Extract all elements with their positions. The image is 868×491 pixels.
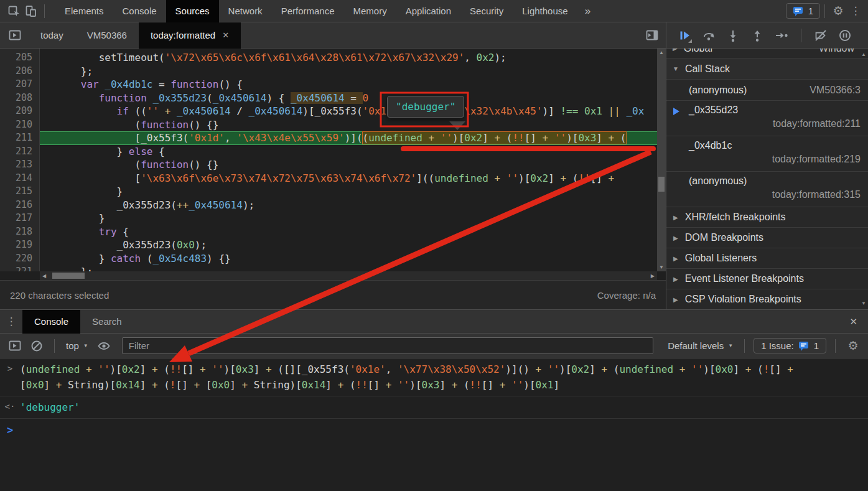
live-expression-eye-icon[interactable] bbox=[95, 337, 113, 355]
tab-performance[interactable]: Performance bbox=[272, 0, 344, 22]
toggle-debugger-sidebar-icon[interactable] bbox=[643, 27, 661, 44]
line-content[interactable]: if (('' + _0x450614 / _0x450614)[_0x55f3… bbox=[40, 105, 657, 118]
line-content[interactable]: function _0x355d23(_0x450614) { _0x45061… bbox=[40, 91, 657, 105]
resume-script-button[interactable] bbox=[675, 26, 694, 45]
log-levels-selector[interactable]: Default levels ▼ bbox=[665, 340, 735, 351]
tab-security[interactable]: Security bbox=[460, 0, 513, 22]
sidebar-section-dom-breakpoints[interactable]: ▶DOM Breakpoints bbox=[666, 228, 868, 248]
levels-label: Default levels bbox=[668, 340, 724, 351]
sidebar-section-event-listener-breakpoints[interactable]: ▶Event Listener Breakpoints bbox=[666, 269, 868, 289]
device-toolbar-icon[interactable] bbox=[22, 2, 40, 20]
line-content[interactable]: _0x355d23(++_0x450614); bbox=[40, 199, 657, 212]
console-prompt[interactable]: > bbox=[0, 419, 868, 439]
line-content[interactable]: [_0x55f3('0x1d', '\x43\x4e\x55\x59')]((u… bbox=[40, 131, 657, 145]
close-drawer-icon[interactable]: ✕ bbox=[839, 316, 868, 327]
editor-horizontal-scrollbar[interactable]: ◀ ▶ bbox=[40, 271, 657, 280]
callstack-frame[interactable]: (anonymous)VM50366:3 bbox=[666, 80, 868, 101]
line-number[interactable]: 206 bbox=[0, 65, 40, 78]
line-number[interactable]: 211 bbox=[0, 131, 40, 145]
main-toolbar: ElementsConsoleSourcesNetworkPerformance… bbox=[0, 0, 868, 22]
horizontal-scroll-thumb[interactable] bbox=[52, 273, 85, 279]
line-number[interactable]: 212 bbox=[0, 145, 40, 159]
line-number[interactable]: 217 bbox=[0, 212, 40, 225]
sidebar-section-xhr-fetch-breakpoints[interactable]: ▶XHR/fetch Breakpoints bbox=[666, 207, 868, 228]
step-button[interactable] bbox=[772, 26, 791, 45]
line-content[interactable]: } else { bbox=[40, 145, 657, 159]
close-tab-icon[interactable]: ✕ bbox=[222, 30, 229, 40]
scroll-down-icon[interactable]: ▼ bbox=[861, 301, 866, 306]
sidebar-section-csp-violation-breakpoints[interactable]: ▶CSP Violation Breakpoints bbox=[666, 289, 868, 309]
callstack-frame[interactable]: _0x4db1ctoday:formatted:219 bbox=[666, 136, 868, 172]
line-content[interactable]: ['\x63\x6f\x6e\x73\x74\x72\x75\x63\x74\x… bbox=[40, 172, 657, 185]
tab-elements[interactable]: Elements bbox=[55, 0, 113, 22]
callstack-frame[interactable]: (anonymous)today:formatted:315 bbox=[666, 172, 868, 207]
tab-memory[interactable]: Memory bbox=[344, 0, 396, 22]
line-number[interactable]: 205 bbox=[0, 51, 40, 65]
step-into-button[interactable] bbox=[724, 26, 742, 45]
inspect-element-icon[interactable] bbox=[5, 2, 22, 20]
scroll-up-icon[interactable]: ▲ bbox=[861, 52, 866, 57]
console-settings-gear-icon[interactable]: ⚙ bbox=[844, 337, 862, 355]
line-content[interactable]: var _0x4db1c = function() { bbox=[40, 78, 657, 91]
line-number[interactable]: 210 bbox=[0, 118, 40, 132]
line-content[interactable]: }; bbox=[40, 65, 657, 78]
tab-network[interactable]: Network bbox=[219, 0, 272, 22]
file-tab-vm50366[interactable]: VM50366 bbox=[75, 22, 139, 49]
line-number[interactable]: 207 bbox=[0, 78, 40, 91]
deactivate-breakpoints-button[interactable] bbox=[811, 26, 830, 45]
line-number[interactable]: 208 bbox=[0, 91, 40, 105]
console-filter-input[interactable] bbox=[122, 337, 653, 354]
line-content[interactable]: setTimeout('\x72\x65\x6c\x6f\x61\x64\x28… bbox=[40, 51, 657, 65]
line-number[interactable]: 218 bbox=[0, 225, 40, 239]
drawer-tab-search[interactable]: Search bbox=[80, 310, 134, 334]
line-content[interactable]: (function() {} bbox=[40, 158, 657, 172]
line-content[interactable]: }; bbox=[40, 265, 657, 271]
tab-sources[interactable]: Sources bbox=[166, 0, 219, 22]
scroll-right-icon[interactable]: ▶ bbox=[651, 271, 655, 280]
pause-on-exceptions-button[interactable] bbox=[836, 26, 854, 45]
editor-vertical-scrollbar[interactable]: ▲ ▼ bbox=[657, 49, 666, 271]
tab-application[interactable]: Application bbox=[396, 0, 460, 22]
line-number[interactable]: 215 bbox=[0, 185, 40, 199]
tab-console[interactable]: Console bbox=[113, 0, 166, 22]
scroll-down-icon[interactable]: ▼ bbox=[657, 264, 666, 270]
scroll-left-icon[interactable]: ◀ bbox=[42, 271, 46, 280]
line-content[interactable]: } catch (_0x54c483) {} bbox=[40, 252, 657, 266]
issues-badge[interactable]: 1 bbox=[786, 3, 820, 19]
show-navigator-icon[interactable] bbox=[6, 27, 24, 44]
line-number[interactable]: 220 bbox=[0, 252, 40, 266]
scroll-up-icon[interactable]: ▲ bbox=[657, 50, 666, 55]
line-content[interactable]: _0x355d23(0x0); bbox=[40, 238, 657, 252]
line-content[interactable]: } bbox=[40, 185, 657, 199]
step-over-button[interactable] bbox=[699, 26, 718, 45]
line-number[interactable]: 216 bbox=[0, 199, 40, 212]
line-number[interactable]: 221 bbox=[0, 265, 40, 271]
file-tab-today-formatted[interactable]: today:formatted✕ bbox=[139, 22, 241, 49]
tab-lighthouse[interactable]: Lighthouse bbox=[513, 0, 577, 22]
step-out-button[interactable] bbox=[748, 26, 767, 45]
more-panels-icon[interactable]: » bbox=[577, 5, 598, 17]
vertical-scroll-thumb[interactable] bbox=[658, 177, 665, 192]
clear-console-icon[interactable] bbox=[28, 337, 45, 355]
console-context-selector[interactable]: top ▼ bbox=[63, 340, 91, 351]
drawer-menu-icon[interactable]: ⋮ bbox=[0, 315, 22, 328]
file-tab-today[interactable]: today bbox=[29, 22, 75, 49]
issues-counter[interactable]: 1 Issue: 1 bbox=[754, 338, 826, 353]
call-stack-header[interactable]: ▼ Call Stack bbox=[666, 58, 868, 80]
main-menu-icon[interactable]: ⋮ bbox=[847, 2, 864, 20]
line-number[interactable]: 219 bbox=[0, 238, 40, 252]
line-content[interactable]: try { bbox=[40, 225, 657, 239]
show-console-sidebar-icon[interactable] bbox=[6, 337, 24, 355]
settings-gear-icon[interactable]: ⚙ bbox=[829, 2, 847, 20]
drawer-tab-console[interactable]: Console bbox=[22, 310, 80, 334]
line-content[interactable]: } bbox=[40, 212, 657, 225]
line-number[interactable]: 214 bbox=[0, 172, 40, 185]
callstack-frame[interactable]: _0x355d23today:formatted:211 bbox=[666, 101, 868, 136]
line-number[interactable]: 209 bbox=[0, 105, 40, 118]
line-content[interactable]: (function() {} bbox=[40, 118, 657, 132]
line-number[interactable]: 213 bbox=[0, 158, 40, 172]
code-editor[interactable]: 205 setTimeout('\x72\x65\x6c\x6f\x61\x64… bbox=[0, 49, 666, 280]
section-label: XHR/fetch Breakpoints bbox=[685, 212, 786, 223]
sidebar-section-global-listeners[interactable]: ▶Global Listeners bbox=[666, 248, 868, 269]
scope-row[interactable]: ▶ Global Window bbox=[666, 49, 868, 58]
